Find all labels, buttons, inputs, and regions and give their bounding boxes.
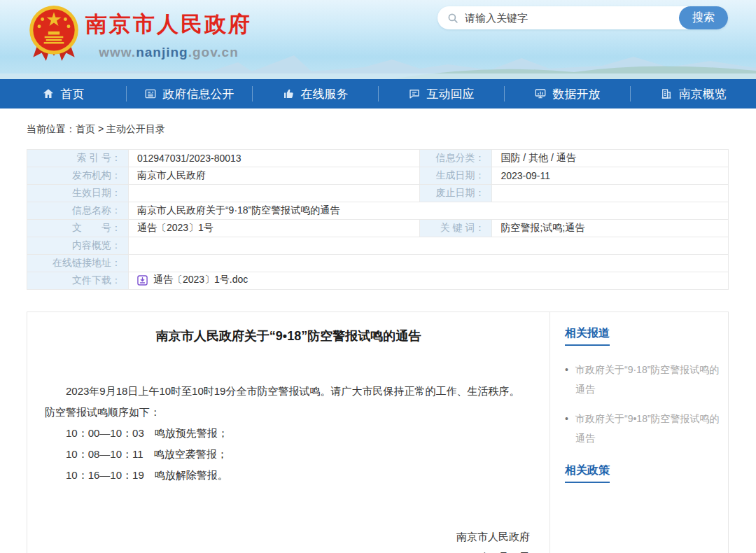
- search-button[interactable]: 搜索: [679, 6, 728, 29]
- main-nav: 首页 政府信息公开 在线服务 互动回应 数据开放: [0, 79, 756, 108]
- index-label: 索 引 号：: [27, 150, 129, 167]
- related-report-link: 市政府关于“9·18”防空警报试鸣的通告: [575, 360, 720, 399]
- breadcrumb: 当前位置：首页 > 主动公开目录: [27, 123, 165, 136]
- nav-item-open-data[interactable]: 数据开放: [504, 79, 630, 108]
- created-value: 2023-09-11: [492, 167, 729, 185]
- download-file-link[interactable]: 通告〔2023〕1号.doc: [137, 274, 248, 286]
- keywords-label: 关 键 词：: [420, 220, 492, 237]
- national-emblem-logo: [27, 4, 81, 64]
- site-url-suffix: .gov.cn: [188, 45, 239, 59]
- schedule-line: 10：08—10：11 鸣放空袭警报；: [45, 444, 530, 465]
- home-icon: [42, 88, 55, 100]
- table-row: 信息名称： 南京市人民政府关于“9·18”防空警报试鸣的通告: [27, 202, 729, 220]
- site-identity: 南京市人民政府 www.nanjing.gov.cn: [85, 10, 252, 60]
- site-url-www: www.: [99, 45, 136, 59]
- article-main: 南京市人民政府关于“9•18”防空警报试鸣的通告 2023年9月18日上午10时…: [27, 312, 550, 553]
- building-icon: [660, 88, 673, 100]
- sidebar: 相关报道 • 市政府关于“9·18”防空警报试鸣的通告 • 市政府关于“9•18…: [551, 312, 729, 553]
- page: 南京市人民政府 www.nanjing.gov.cn 搜索 首页 政府信息公开: [0, 0, 756, 553]
- link-value: [128, 255, 728, 272]
- table-row: 发布机构： 南京市人民政府 生成日期： 2023-09-11: [27, 167, 729, 185]
- nav-item-online-services[interactable]: 在线服务: [252, 79, 378, 108]
- site-header: 南京市人民政府 www.nanjing.gov.cn 搜索: [0, 0, 756, 79]
- download-cell: 通告〔2023〕1号.doc: [128, 272, 728, 290]
- bullet-icon: •: [565, 360, 575, 399]
- related-reports-heading[interactable]: 相关报道: [565, 326, 610, 346]
- download-icon: [137, 275, 148, 286]
- search-bar: 搜索: [438, 6, 728, 29]
- docnum-label: 文 号：: [27, 220, 129, 237]
- related-reports-list: • 市政府关于“9·18”防空警报试鸣的通告 • 市政府关于“9•18”防空警报…: [565, 360, 720, 448]
- search-input[interactable]: [465, 12, 679, 24]
- link-label: 在线链接地址：: [27, 255, 129, 272]
- publisher-value: 南京市人民政府: [128, 167, 420, 185]
- effective-value: [128, 185, 420, 202]
- nav-item-home[interactable]: 首页: [0, 79, 126, 108]
- list-item[interactable]: • 市政府关于“9·18”防空警报试鸣的通告: [565, 360, 720, 399]
- nav-item-gov-info[interactable]: 政府信息公开: [126, 79, 252, 108]
- breadcrumb-prefix: 当前位置：: [27, 123, 76, 134]
- table-row: 文件下载： 通告〔2023〕1号.doc: [27, 272, 729, 290]
- nav-item-label: 首页: [61, 86, 85, 102]
- keywords-value: 防空警报;试鸣;通告: [492, 220, 729, 237]
- breadcrumb-home-link[interactable]: 首页: [76, 123, 95, 134]
- download-label: 文件下载：: [27, 272, 129, 290]
- nav-item-nanjing-overview[interactable]: 南京概览: [630, 79, 756, 108]
- table-row: 文 号： 通告〔2023〕1号 关 键 词： 防空警报;试鸣;通告: [27, 220, 729, 237]
- article-body: 2023年9月18日上午10时至10时19分全市防空警报试鸣。请广大市民保持正常…: [45, 381, 530, 486]
- table-row: 索 引 号： 012947031/2023-80013 信息分类： 国防 / 其…: [27, 150, 729, 167]
- related-policy-heading[interactable]: 相关政策: [565, 463, 610, 483]
- breadcrumb-separator: >: [95, 123, 106, 134]
- category-label: 信息分类：: [420, 150, 492, 167]
- chat-icon: [408, 88, 421, 100]
- nav-item-label: 政府信息公开: [163, 86, 234, 102]
- list-item[interactable]: • 市政府关于“9•18”防空警报试鸣的通告: [565, 409, 720, 448]
- thumbs-up-icon: [282, 88, 295, 100]
- table-row: 在线链接地址：: [27, 255, 729, 272]
- name-label: 信息名称：: [27, 202, 129, 220]
- effective-label: 生效日期：: [27, 185, 129, 202]
- index-value: 012947031/2023-80013: [128, 150, 420, 167]
- docnum-value: 通告〔2023〕1号: [128, 220, 420, 237]
- table-row: 内容概览：: [27, 237, 729, 255]
- bullet-icon: •: [565, 409, 575, 448]
- signature-date: 2023年9月11日: [27, 547, 530, 553]
- document-info-table: 索 引 号： 012947031/2023-80013 信息分类： 国防 / 其…: [27, 149, 729, 290]
- schedule-line: 10：16—10：19 鸣放解除警报。: [45, 465, 530, 486]
- name-value: 南京市人民政府关于“9·18”防空警报试鸣的通告: [128, 202, 728, 220]
- document-icon: [144, 88, 157, 100]
- summary-value: [128, 237, 728, 255]
- nav-item-label: 在线服务: [301, 86, 349, 102]
- article-intro: 2023年9月18日上午10时至10时19分全市防空警报试鸣。请广大市民保持正常…: [45, 381, 530, 423]
- related-report-link: 市政府关于“9•18”防空警报试鸣的通告: [575, 409, 720, 448]
- repeal-value: [492, 185, 729, 202]
- repeal-label: 废止日期：: [420, 185, 492, 202]
- created-label: 生成日期：: [420, 167, 492, 185]
- site-url: www.nanjing.gov.cn: [85, 45, 252, 60]
- article-title: 南京市人民政府关于“9•18”防空警报试鸣的通告: [27, 328, 550, 344]
- search-icon: [447, 12, 459, 24]
- nav-item-label: 南京概览: [679, 86, 727, 102]
- breadcrumb-current[interactable]: 主动公开目录: [106, 123, 165, 134]
- summary-label: 内容概览：: [27, 237, 129, 255]
- nav-item-label: 数据开放: [553, 86, 601, 102]
- publisher-label: 发布机构：: [27, 167, 129, 185]
- content-box: 南京市人民政府关于“9•18”防空警报试鸣的通告 2023年9月18日上午10时…: [27, 312, 729, 553]
- data-monitor-icon: [534, 88, 547, 100]
- article-signature: 南京市人民政府 2023年9月11日: [27, 526, 550, 553]
- table-row: 生效日期： 废止日期：: [27, 185, 729, 202]
- site-url-domain: nanjing: [136, 45, 188, 59]
- schedule-line: 10：00—10：03 鸣放预先警报；: [45, 423, 530, 444]
- nav-item-interaction[interactable]: 互动回应: [378, 79, 504, 108]
- site-title: 南京市人民政府: [85, 10, 252, 39]
- nav-item-label: 互动回应: [427, 86, 475, 102]
- category-value: 国防 / 其他 / 通告: [492, 150, 729, 167]
- signature-name: 南京市人民政府: [27, 526, 530, 547]
- download-file-name: 通告〔2023〕1号.doc: [153, 274, 248, 286]
- national-emblem-icon: [27, 4, 81, 64]
